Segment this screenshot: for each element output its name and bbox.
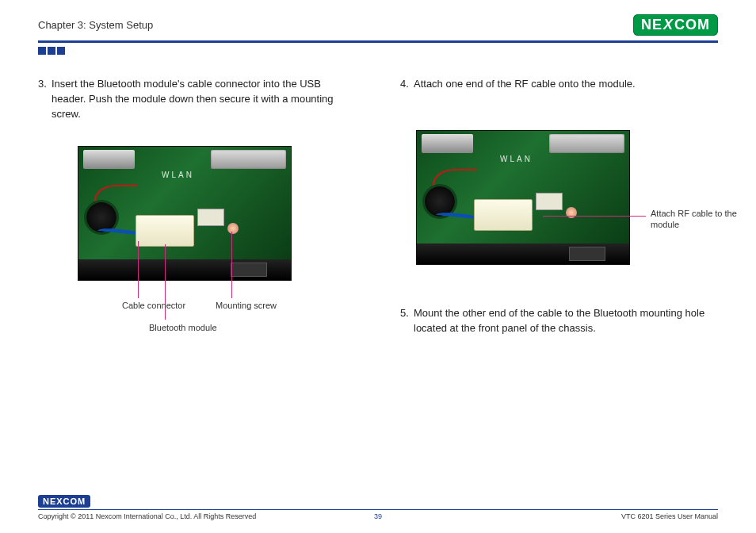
wlan-label: WLAN xyxy=(162,171,194,179)
port-slot xyxy=(231,263,267,277)
fan-component xyxy=(425,186,455,217)
label-cable-connector: Cable connector xyxy=(122,300,185,311)
step-text: Mount the other end of the cable to the … xyxy=(414,306,718,336)
bluetooth-module xyxy=(474,199,533,231)
square-icon xyxy=(57,47,65,55)
label-attach-rf: Attach RF cable to the module xyxy=(651,208,738,231)
figure-left: WLAN Cable connector Bluetooth module Mo… xyxy=(78,146,356,281)
figure-right: WLAN Attach RF cable to the module xyxy=(416,130,718,265)
footer-logo: NEXCOM xyxy=(38,495,90,508)
connector-block xyxy=(83,150,135,169)
step-text: Insert the Bluetooth module's cable conn… xyxy=(52,77,356,122)
chapter-title: Chapter 3: System Setup xyxy=(38,19,153,31)
page-header: Chapter 3: System Setup NEXCOM xyxy=(38,14,718,36)
step-number: 3. xyxy=(38,77,52,122)
step-number: 4. xyxy=(400,77,414,92)
step-4: 4. Attach one end of the RF cable onto t… xyxy=(400,77,718,92)
logo-x: X xyxy=(663,17,674,33)
screw-point xyxy=(227,223,239,234)
connector-block xyxy=(211,150,286,169)
nexcom-logo: NEXCOM xyxy=(633,14,718,36)
callout-line xyxy=(231,232,232,298)
content-columns: 3. Insert the Bluetooth module's cable c… xyxy=(38,77,718,354)
bluetooth-module xyxy=(136,215,194,247)
circuit-board-image: WLAN xyxy=(78,146,292,281)
page-footer: NEXCOM Copyright © 2011 Nexcom Internati… xyxy=(38,493,718,520)
square-icon xyxy=(48,47,55,55)
fan-component xyxy=(86,202,116,232)
footer-rule xyxy=(38,509,718,510)
label-bluetooth-module: Bluetooth module xyxy=(149,322,217,333)
page-number: 39 xyxy=(374,512,382,520)
callout-line xyxy=(138,241,139,298)
step-number: 5. xyxy=(400,306,414,336)
manual-title: VTC 6201 Series User Manual xyxy=(621,512,718,520)
header-rule xyxy=(38,40,718,43)
connector-block xyxy=(422,134,473,153)
step-5: 5. Mount the other end of the cable to t… xyxy=(400,306,718,336)
decorative-squares xyxy=(38,47,718,55)
circuit-board-image: WLAN xyxy=(416,130,630,265)
step-text: Attach one end of the RF cable onto the … xyxy=(414,77,718,92)
logo-text-right: COM xyxy=(674,17,710,33)
chip-component xyxy=(536,193,563,210)
port-slot xyxy=(569,247,605,261)
logo-text-left: NE xyxy=(641,17,662,33)
square-icon xyxy=(38,47,46,55)
chip-component xyxy=(197,209,224,226)
wlan-label: WLAN xyxy=(500,155,533,163)
connector-block xyxy=(549,134,624,153)
callout-line xyxy=(543,216,646,217)
step-3: 3. Insert the Bluetooth module's cable c… xyxy=(38,77,356,122)
label-mounting-screw: Mounting screw xyxy=(216,300,277,311)
left-column: 3. Insert the Bluetooth module's cable c… xyxy=(38,77,356,354)
copyright-text: Copyright © 2011 Nexcom International Co… xyxy=(38,512,256,520)
right-column: 4. Attach one end of the RF cable onto t… xyxy=(400,77,718,354)
footer-row: Copyright © 2011 Nexcom International Co… xyxy=(38,512,718,520)
